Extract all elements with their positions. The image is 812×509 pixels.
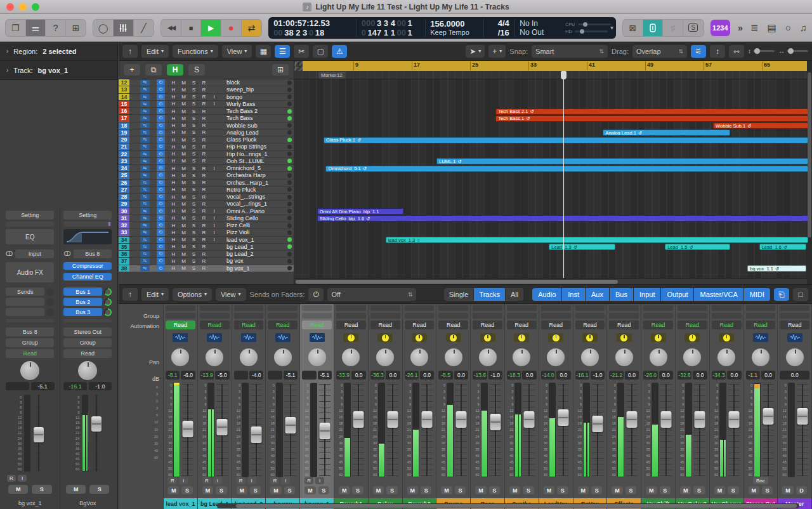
track-name[interactable]: bongo <box>220 94 285 100</box>
solo-button[interactable]: S <box>591 486 602 494</box>
track-power-icon[interactable]: ⏻ <box>157 244 165 250</box>
volume-fader[interactable] <box>489 383 502 477</box>
eq-thumbnail[interactable] <box>63 229 112 244</box>
track-name[interactable]: Orches...Harp_1 <box>220 180 285 186</box>
pan-knob[interactable] <box>206 348 223 366</box>
volume-fader[interactable] <box>660 383 672 477</box>
mixer-strip[interactable]: Read-33.90.003691215182124303540455060MS… <box>334 304 369 509</box>
track-freeze-icon[interactable]: ⇆ <box>140 180 150 185</box>
automation-mode-button[interactable]: Read <box>575 321 605 329</box>
hide-tracks-button[interactable]: H <box>167 64 183 76</box>
track-h-button[interactable]: H <box>169 87 178 93</box>
stop-button[interactable]: ■ <box>181 20 202 36</box>
note-pads-icon[interactable]: ▤ <box>768 22 776 34</box>
format-icon[interactable]: ↀ <box>63 251 70 257</box>
filter-midi-button[interactable]: MIDI <box>744 288 770 301</box>
pointer-tool-menu[interactable]: ➤ ▾ <box>466 45 485 58</box>
track-name[interactable]: Omni A...Piano <box>220 208 285 215</box>
mixer-strip[interactable]: Read-26.10.003691215182124303540455060MS… <box>403 304 437 509</box>
track-r-button[interactable]: R <box>200 187 208 192</box>
send-knob[interactable] <box>46 298 54 306</box>
solo-tracks-button[interactable]: S <box>188 64 205 76</box>
region[interactable]: Omnichord_5.1↺ <box>325 166 808 172</box>
track-m-button[interactable]: M <box>180 94 188 100</box>
group-slot[interactable] <box>473 313 502 319</box>
track-s-button[interactable]: S <box>190 122 198 128</box>
track-name[interactable]: Tech Bass <box>220 115 285 121</box>
group-slot[interactable] <box>643 313 673 319</box>
pan-knob[interactable] <box>479 348 497 366</box>
track-power-icon[interactable]: ⏻ <box>157 94 165 100</box>
track-freeze-icon[interactable]: ⇆ <box>140 258 150 264</box>
rewind-button[interactable]: ◀◀ <box>161 20 181 36</box>
group-slot[interactable] <box>780 313 809 319</box>
track-name[interactable]: block <box>220 79 285 86</box>
volume-fader[interactable] <box>421 383 433 477</box>
solo-button[interactable]: S <box>762 486 773 494</box>
output-slot[interactable] <box>712 305 742 311</box>
output-slot[interactable] <box>234 305 264 311</box>
track-s-button[interactable]: S <box>190 116 198 121</box>
track-header-row[interactable]: 34⇆⏻HMSRIlead vox_1 <box>119 237 294 244</box>
volume-fader[interactable] <box>181 383 194 477</box>
pan-knob[interactable] <box>547 348 565 366</box>
track-power-icon[interactable]: ⏻ <box>157 251 165 257</box>
mute-button[interactable]: M <box>66 485 86 494</box>
solo-button[interactable]: S <box>728 486 738 494</box>
track-m-button[interactable]: M <box>180 137 188 143</box>
marquee-tool-icon[interactable]: ▢ <box>313 45 328 58</box>
solo-button[interactable]: S <box>32 485 51 494</box>
record-enable-button[interactable]: R <box>304 477 313 484</box>
filter-inst-button[interactable]: Inst <box>562 288 585 301</box>
group-slot[interactable] <box>370 313 400 319</box>
track-freeze-icon[interactable]: ⇆ <box>140 230 150 235</box>
region[interactable]: LUML.1↺ <box>436 158 808 164</box>
setting-button[interactable]: Setting <box>63 211 112 220</box>
track-freeze-icon[interactable]: ⇆ <box>140 187 150 192</box>
track-h-button[interactable]: H <box>169 230 178 235</box>
track-header-config-icon[interactable]: ⊞ <box>272 64 289 76</box>
tool-menu-icon[interactable]: ✂ <box>294 45 309 58</box>
vertical-zoom-slider[interactable]: ↕ <box>748 48 775 55</box>
list-editors-icon[interactable]: ≣ <box>750 22 759 34</box>
track-m-button[interactable]: M <box>180 258 188 264</box>
gain-slot[interactable] <box>6 221 54 227</box>
low-latency-icon[interactable] <box>643 20 664 36</box>
grid-view-icon[interactable]: ▦ <box>256 45 271 58</box>
track-s-button[interactable]: S <box>190 251 198 257</box>
filter-bus-button[interactable]: Bus <box>610 288 633 301</box>
mixer-strip[interactable]: Read-16.1-1.003691215182124303540455060M… <box>573 304 608 509</box>
volume-fader[interactable] <box>91 395 102 472</box>
mute-button[interactable]: M <box>8 485 28 494</box>
track-name[interactable]: Orchestra Harp <box>220 172 285 178</box>
output-slot[interactable] <box>405 305 435 311</box>
track-s-button[interactable]: S <box>190 151 198 157</box>
record-enable-button[interactable]: R <box>7 475 16 482</box>
track-power-icon[interactable]: ⏻ <box>157 265 165 272</box>
fader-handle[interactable] <box>763 408 773 425</box>
track-power-icon[interactable]: ⏻ <box>157 237 165 243</box>
media-browser-icon[interactable]: ❐ <box>6 20 26 36</box>
secondary-tool-menu[interactable]: + ▾ <box>488 45 506 58</box>
track-m-button[interactable]: M <box>180 116 188 121</box>
output-slot[interactable] <box>643 305 673 311</box>
track-h-button[interactable]: H <box>169 173 178 178</box>
input-monitor-button[interactable]: I <box>315 477 324 484</box>
track-s-button[interactable]: S <box>190 173 198 178</box>
arrange-vertical-scrollbar[interactable] <box>808 72 811 237</box>
output-button[interactable]: Bus 8 <box>6 327 54 336</box>
volume-fader[interactable] <box>318 383 331 477</box>
sends-button[interactable]: Sends <box>6 288 44 296</box>
pan-knob[interactable] <box>615 348 633 366</box>
region[interactable]: Glass Pluck.1↺ <box>324 137 808 143</box>
track-r-button[interactable]: R <box>200 87 208 93</box>
pan-knob[interactable] <box>581 348 599 366</box>
fader-handle[interactable] <box>34 427 44 442</box>
track-header-row[interactable]: 21⇆⏻HMSRHip Hop Strings <box>119 143 294 150</box>
mute-button[interactable]: M <box>509 486 520 494</box>
track-r-button[interactable]: R <box>200 116 208 121</box>
track-freeze-icon[interactable]: ⇆ <box>140 101 150 107</box>
track-freeze-icon[interactable]: ⇆ <box>140 251 150 257</box>
filter-mastervca-button[interactable]: Master/VCA <box>694 288 743 301</box>
region[interactable]: Tech Bass.1↺ <box>495 116 808 122</box>
